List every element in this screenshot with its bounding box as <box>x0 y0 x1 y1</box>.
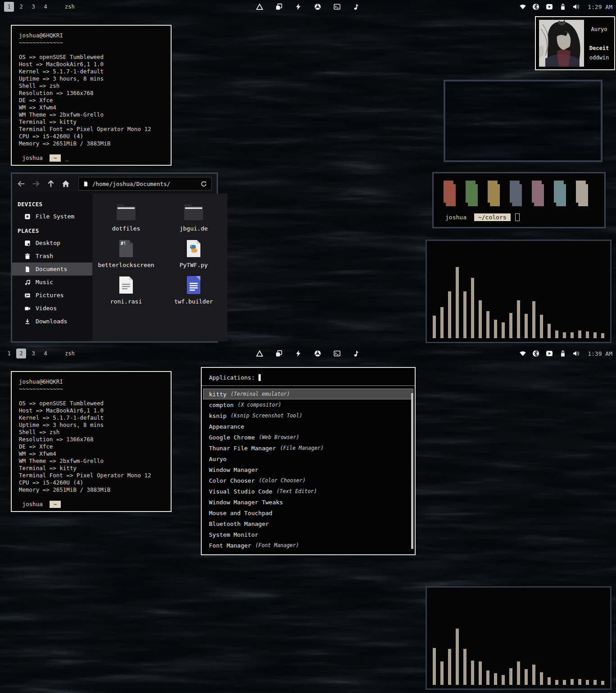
visualizer-bar <box>479 300 482 338</box>
video-icon <box>24 305 31 312</box>
chrome-icon[interactable] <box>314 3 322 10</box>
sidebar-item-desktop[interactable]: Desktop <box>12 236 92 249</box>
wifi-icon[interactable] <box>519 3 526 10</box>
workspace-1[interactable]: 1 <box>4 2 14 12</box>
launcher-item[interactable]: compton(X compositor) <box>203 399 413 410</box>
triangle-icon[interactable] <box>256 3 263 10</box>
visualizer-bar <box>593 680 597 685</box>
sidebar-item-music[interactable]: Music <box>12 276 92 289</box>
visualizer-bar <box>440 661 444 685</box>
copy-windows-icon[interactable] <box>276 3 283 10</box>
launcher-item[interactable]: Thunar File Manager(File Manager) <box>203 443 413 453</box>
picture-window[interactable] <box>444 80 602 162</box>
workspace-4[interactable]: 4 <box>41 2 50 12</box>
launcher-item[interactable]: System Monitor <box>203 529 413 540</box>
terminal-icon[interactable] <box>334 350 341 357</box>
volume-icon[interactable] <box>572 350 580 357</box>
launcher-item[interactable]: Window Manager Tweaks <box>203 497 413 507</box>
color-swatch <box>532 181 544 206</box>
launcher-prompt[interactable]: Applications: <box>202 368 415 385</box>
workspace-3[interactable]: 3 <box>28 2 38 12</box>
refresh-icon[interactable] <box>200 181 207 187</box>
battery-icon[interactable] <box>559 3 566 10</box>
file-item-jbgui[interactable]: jbgui.de <box>160 201 227 232</box>
music-note-icon[interactable] <box>353 3 360 10</box>
path-bar[interactable]: /home/joshua/Documents/ <box>78 177 212 190</box>
file-manager-toolbar: /home/joshua/Documents/ <box>12 174 217 194</box>
launcher-item[interactable]: Mouse and Touchpad <box>203 507 413 518</box>
file-item-roni[interactable]: roni.rasi <box>92 274 160 305</box>
sidebar-item-label: Desktop <box>36 240 60 246</box>
launcher-item[interactable]: Bluetooth Manager <box>203 518 413 529</box>
shell-prompt[interactable]: joshua~_ <box>19 154 171 162</box>
workspace-2[interactable]: 2 <box>16 2 26 12</box>
sidebar-item-videos[interactable]: Videos <box>12 302 92 315</box>
copy-windows-icon[interactable] <box>276 350 283 357</box>
wifi-icon[interactable] <box>519 350 526 357</box>
launcher-item[interactable]: ksnip(ksnip Screenshot Tool) <box>203 410 413 421</box>
sidebar-item-pictures[interactable]: Pictures <box>12 289 92 302</box>
sidebar-item-documents[interactable]: Documents <box>12 263 92 276</box>
shell-prompt[interactable]: joshua~ <box>19 501 171 508</box>
chrome-icon[interactable] <box>314 350 322 357</box>
file-item-twf-builder[interactable]: twf.builder <box>160 274 227 305</box>
launcher-item[interactable]: Font Manager(Font Manager) <box>203 540 413 551</box>
colors-terminal-window[interactable]: joshua ~/colors <box>432 172 606 228</box>
file-item-betterlockscreen[interactable]: betterlockscreen <box>92 237 160 268</box>
back-icon[interactable] <box>17 180 25 188</box>
color-swatch <box>488 181 500 206</box>
terminal-window-fetch-1[interactable]: joshua@6HQKRI ~~~~~~~~~~~~~ OS => openSU… <box>11 25 172 166</box>
bluetooth-icon[interactable] <box>532 350 539 357</box>
visualizer-bar <box>486 311 489 338</box>
top-panel-screen1: 1 2 3 4 zsh 1:29 AM <box>0 0 616 14</box>
clock[interactable]: 1:29 AM <box>588 4 612 10</box>
music-player-widget[interactable]: Auryo Deceit oddwin <box>535 16 615 70</box>
media-player-icon[interactable] <box>545 350 553 357</box>
home-icon[interactable] <box>62 180 70 188</box>
workspace-2[interactable]: 2 <box>16 349 26 358</box>
visualizer-bar <box>471 661 474 685</box>
workspace-4[interactable]: 4 <box>41 349 50 358</box>
terminal-underline: ~~~~~~~~~~~~~ <box>19 39 171 46</box>
prompt-path-block: ~ <box>50 154 61 162</box>
sidebar-item-file-system[interactable]: File System <box>12 210 92 223</box>
triangle-icon[interactable] <box>256 350 263 357</box>
terminal-line: Uptime => 3 hours, 8 mins <box>19 421 171 429</box>
sidebar-item-label: Trash <box>36 253 53 259</box>
terminal-underline: ~~~~~~~~~~~~~ <box>19 385 171 393</box>
bolt-icon[interactable] <box>295 350 302 357</box>
scrollbar[interactable] <box>411 393 413 549</box>
terminal-line: DE => Xfce <box>19 97 171 104</box>
terminal-user-host: joshua@6HQKRI <box>19 378 171 385</box>
launcher-item[interactable]: Appearance <box>203 421 413 432</box>
music-note-icon[interactable] <box>353 350 360 357</box>
launcher-item[interactable]: kitty(Terminal emulator) <box>203 389 413 399</box>
visualizer-bar <box>494 673 497 685</box>
launcher-item[interactable]: Google Chrome(Web Browser) <box>203 432 413 443</box>
sidebar-item-downloads[interactable]: Downloads <box>12 315 92 328</box>
terminal-icon[interactable] <box>334 3 341 10</box>
launcher-item[interactable]: Color Chooser(Color Chooser) <box>203 475 413 486</box>
bluetooth-icon[interactable] <box>532 3 539 10</box>
volume-icon[interactable] <box>572 3 580 10</box>
file-item-dotfiles[interactable]: dotfiles <box>92 201 160 232</box>
up-icon[interactable] <box>47 180 55 188</box>
forward-icon[interactable] <box>32 180 40 188</box>
visualizer-bar <box>517 300 520 338</box>
terminal-line: Shell => zsh <box>19 429 171 436</box>
workspace-1[interactable]: 1 <box>4 349 14 358</box>
launcher-item[interactable]: Window Manager <box>203 464 413 475</box>
file-item-pytwf[interactable]: PyTWF.py <box>160 237 227 268</box>
terminal-window-fetch-2[interactable]: joshua@6HQKRI ~~~~~~~~~~~~~ OS => openSU… <box>11 371 172 512</box>
media-player-icon[interactable] <box>545 3 553 10</box>
sidebar-item-trash[interactable]: Trash <box>12 249 92 263</box>
shell-prompt[interactable]: joshua ~/colors <box>445 213 520 221</box>
workspace-3[interactable]: 3 <box>28 349 38 358</box>
system-tray: 1:39 AM <box>519 350 612 357</box>
launcher-item[interactable]: Visual Studio Code(Text Editor) <box>203 486 413 497</box>
battery-icon[interactable] <box>559 350 566 357</box>
launcher-item[interactable]: Auryo <box>203 453 413 464</box>
clock[interactable]: 1:39 AM <box>588 350 612 357</box>
bolt-icon[interactable] <box>295 3 302 10</box>
visualizer-bar <box>440 307 444 338</box>
